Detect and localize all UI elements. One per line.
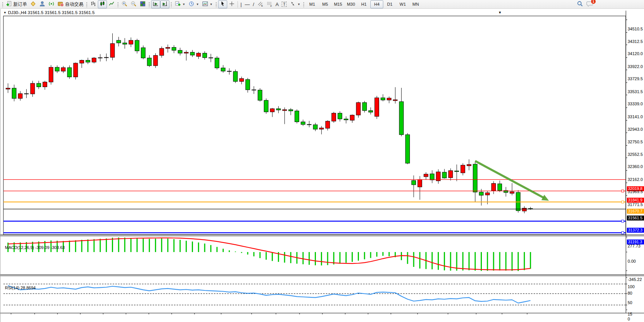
candlestick bbox=[485, 191, 489, 205]
candlestick-chart-icon bbox=[99, 1, 105, 8]
candlestick bbox=[418, 176, 422, 200]
candlestick bbox=[147, 55, 151, 67]
mt4-terminal: 新订单 自动交易 bbox=[0, 0, 644, 322]
candlestick bbox=[159, 46, 164, 58]
toolbar-grip[interactable] bbox=[303, 2, 304, 7]
bar-chart-button[interactable] bbox=[89, 0, 98, 8]
trend-arrow-head[interactable] bbox=[541, 195, 549, 201]
macd-histogram-bar bbox=[462, 252, 464, 271]
candlestick bbox=[430, 170, 434, 183]
macd-histogram-bar bbox=[438, 252, 439, 270]
macd-histogram-bar bbox=[118, 238, 119, 252]
candlestick bbox=[313, 123, 317, 131]
zoom-in-button[interactable] bbox=[120, 0, 129, 8]
trendline-button[interactable]: / bbox=[251, 0, 256, 8]
crosshair-button[interactable] bbox=[227, 0, 236, 8]
chart-menu-arrow[interactable]: ▼ bbox=[498, 11, 502, 14]
timeframe-button-w1[interactable]: W1 bbox=[396, 0, 409, 8]
timeframe-button-d1[interactable]: D1 bbox=[383, 0, 396, 8]
chart-dropdown-icon[interactable]: ▼ bbox=[3, 11, 6, 14]
timeframe-button-m5[interactable]: M5 bbox=[319, 0, 332, 8]
toolbar: 新订单 自动交易 bbox=[0, 0, 644, 9]
candlestick bbox=[436, 169, 440, 184]
candlestick bbox=[135, 39, 139, 54]
toolbar-grip[interactable] bbox=[215, 2, 217, 7]
candlestick bbox=[37, 81, 41, 89]
auto-trading-button[interactable]: 自动交易 bbox=[56, 0, 85, 8]
search-icon[interactable] bbox=[577, 0, 583, 8]
tile-windows-button[interactable] bbox=[138, 0, 147, 8]
rsi-tick-label: 15 bbox=[628, 312, 632, 316]
text-label-button[interactable]: T bbox=[280, 0, 288, 8]
chart-canvas bbox=[0, 9, 644, 322]
trend-arrow[interactable] bbox=[475, 161, 544, 198]
candlestick bbox=[289, 108, 293, 115]
zoom-out-button[interactable] bbox=[129, 0, 138, 8]
candlestick bbox=[264, 98, 268, 114]
price-line-handle[interactable] bbox=[622, 190, 624, 192]
candlestick bbox=[209, 54, 213, 62]
chart-shift-button[interactable] bbox=[160, 0, 169, 8]
candlestick bbox=[221, 65, 225, 73]
macd-histogram-bar bbox=[499, 252, 501, 270]
timeframe-button-mn[interactable]: MN bbox=[409, 0, 422, 8]
candlestick bbox=[270, 108, 274, 117]
candlestick bbox=[245, 78, 250, 93]
macd-histogram-bar bbox=[124, 238, 125, 252]
timeframe-button-h4[interactable]: H4 bbox=[370, 0, 383, 8]
timeframe-button-m1[interactable]: M1 bbox=[306, 0, 319, 8]
price-line-handle[interactable] bbox=[622, 220, 624, 222]
candlestick bbox=[282, 108, 287, 124]
candlestick bbox=[166, 44, 170, 52]
auto-scroll-icon bbox=[153, 1, 159, 8]
macd-histogram-bar bbox=[167, 239, 168, 252]
timeframe-button-m15[interactable]: M15 bbox=[332, 0, 344, 8]
toolbar-grip[interactable] bbox=[86, 2, 88, 7]
price-line-handle[interactable] bbox=[622, 232, 624, 234]
candlestick bbox=[368, 108, 373, 115]
candlestick bbox=[393, 87, 397, 103]
vertical-line-button[interactable]: | bbox=[239, 0, 243, 8]
horizontal-line-button[interactable]: — bbox=[243, 0, 251, 8]
new-order-button[interactable]: 新订单 bbox=[5, 0, 29, 8]
macd-histogram-bar bbox=[284, 252, 285, 263]
price-line-handle[interactable] bbox=[622, 201, 624, 203]
macd-histogram-bar bbox=[395, 252, 396, 257]
toolbar-grip[interactable] bbox=[170, 2, 172, 7]
fibonacci-button[interactable]: F bbox=[265, 0, 274, 8]
templates-icon bbox=[202, 1, 208, 8]
line-chart-button[interactable] bbox=[107, 0, 116, 8]
timeframe-button-h1[interactable]: H1 bbox=[357, 0, 370, 8]
signals-button[interactable] bbox=[47, 0, 56, 8]
candlestick bbox=[498, 181, 502, 192]
candlestick bbox=[307, 121, 311, 127]
cursor-button[interactable] bbox=[218, 0, 227, 8]
candlestick-chart-button[interactable] bbox=[98, 0, 107, 8]
candlestick bbox=[184, 50, 188, 60]
macd-histogram-bar bbox=[333, 252, 334, 265]
arrows-button[interactable]: ▼ bbox=[288, 0, 302, 8]
auto-scroll-button[interactable] bbox=[151, 0, 160, 8]
candlestick bbox=[202, 51, 207, 60]
chart-wizard-button[interactable] bbox=[29, 0, 38, 8]
macd-histogram-bar bbox=[272, 252, 273, 261]
macd-histogram-bar bbox=[444, 252, 445, 270]
toolbar-grip[interactable] bbox=[148, 2, 150, 7]
price-tick-label: 32943.0 bbox=[628, 127, 643, 132]
new-order-icon bbox=[6, 1, 12, 8]
text-button[interactable]: A bbox=[274, 0, 281, 8]
templates-button[interactable]: ▼ bbox=[201, 0, 214, 8]
macd-signal-line bbox=[8, 238, 531, 270]
candlestick bbox=[43, 81, 47, 90]
profile-button[interactable] bbox=[38, 0, 47, 8]
macd-histogram-bar bbox=[155, 239, 156, 252]
toolbar-grip[interactable] bbox=[117, 2, 119, 7]
candlestick bbox=[12, 85, 16, 102]
indicators-button[interactable]: ▼ bbox=[173, 0, 187, 8]
equidistant-channel-button[interactable]: E bbox=[256, 0, 265, 8]
periods-button[interactable]: ▼ bbox=[187, 0, 201, 8]
timeframe-button-m30[interactable]: M30 bbox=[344, 0, 357, 8]
price-tick-label: 34510.5 bbox=[628, 27, 643, 31]
toolbar-grip[interactable] bbox=[2, 2, 3, 7]
chat-button[interactable]: 1 bbox=[587, 1, 594, 8]
